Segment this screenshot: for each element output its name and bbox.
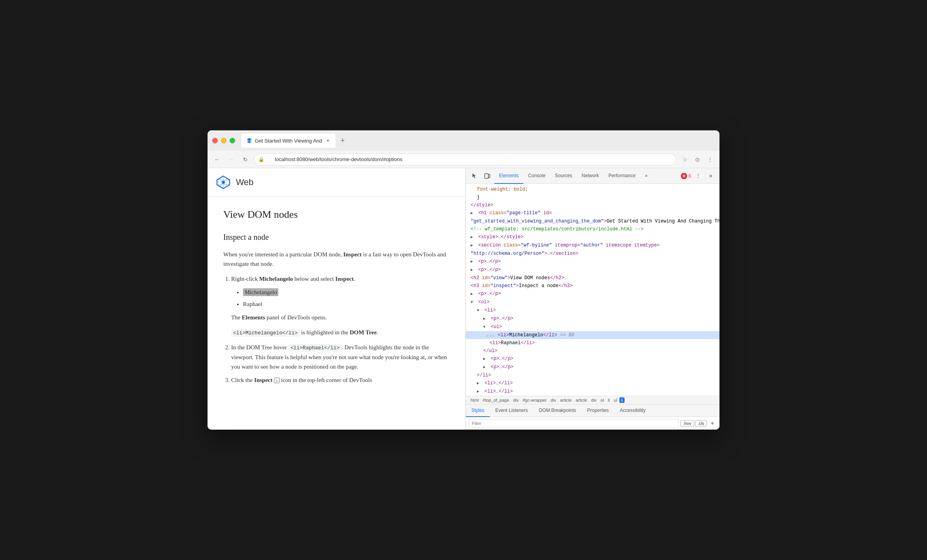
- inspect-element-button[interactable]: [469, 171, 480, 182]
- tab-elements[interactable]: Elements: [494, 168, 523, 184]
- breadcrumb-gc-wrapper[interactable]: #gc-wrapper: [521, 397, 548, 403]
- h3-tag: <h3: [471, 283, 482, 289]
- tab-performance[interactable]: Performance: [604, 168, 640, 184]
- dom-line-li-raphael: <li>Raphael</li>: [466, 339, 719, 347]
- dom-line-comment: <!-- wf_template: src/templates/contribu…: [466, 225, 719, 233]
- style2-triangle[interactable]: [471, 234, 475, 241]
- breadcrumb-li[interactable]: li: [606, 397, 612, 403]
- minimize-window-button[interactable]: [221, 138, 226, 143]
- p4-triangle[interactable]: [483, 315, 488, 323]
- li-tag: <li>: [484, 308, 496, 313]
- step-1: Right-click Michelangelo below and selec…: [231, 274, 450, 337]
- dom-line-style-collapsed: <style>…</style>: [466, 233, 719, 241]
- profile-button[interactable]: ⊙: [692, 154, 703, 165]
- page-h2: View DOM nodes: [223, 206, 450, 223]
- ol-triangle[interactable]: [471, 299, 475, 306]
- active-tab[interactable]: Get Started With Viewing And ✕: [241, 134, 336, 148]
- artist-raphael: Raphael: [243, 299, 450, 309]
- address-input[interactable]: 🔒 localhost:8080/web/tools/chrome-devtoo…: [254, 154, 676, 165]
- tab-more[interactable]: »: [640, 168, 653, 184]
- error-count: 6: [688, 173, 691, 179]
- breadcrumb-div1[interactable]: div: [512, 397, 520, 403]
- tab-console[interactable]: Console: [523, 168, 550, 184]
- forward-button[interactable]: →: [226, 154, 237, 165]
- p5-ellipsis: …: [499, 356, 502, 362]
- bottom-tab-accessibility[interactable]: Accessibility: [614, 404, 651, 417]
- dom-line-style-close: </style>: [466, 201, 719, 209]
- breadcrumb-div3[interactable]: div: [590, 397, 598, 403]
- breadcrumb-article1[interactable]: article: [558, 397, 573, 403]
- devtools-settings-button[interactable]: ⋮: [693, 171, 704, 182]
- title-bar: Get Started With Viewing And ✕ +: [208, 130, 719, 151]
- breadcrumb-ol[interactable]: ol: [599, 397, 606, 403]
- bookmark-button[interactable]: ☆: [679, 154, 690, 165]
- css-property-text: font-weight: bold;: [477, 187, 528, 192]
- breadcrumb-ul[interactable]: ul: [612, 397, 619, 403]
- dom-tree[interactable]: font-weight: bold; } </style> <h1 class=…: [466, 184, 719, 396]
- web-logo-icon: [215, 174, 231, 190]
- devtools-bottom-tabs: Styles Event Listeners DOM Breakpoints P…: [466, 404, 719, 417]
- dom-line-p2: <p>…</p>: [466, 266, 719, 274]
- p6-close: </p>: [502, 364, 514, 370]
- h2-id-attr: id=: [482, 275, 491, 281]
- p2-triangle[interactable]: [471, 267, 475, 274]
- cursor-inspect-icon: [471, 173, 478, 179]
- traffic-lights: [212, 138, 235, 143]
- li2-triangle[interactable]: [477, 380, 482, 387]
- device-mode-button[interactable]: [482, 171, 493, 182]
- section-close: </section>: [550, 251, 578, 256]
- li3-triangle[interactable]: [477, 388, 482, 395]
- bottom-tab-event-listeners[interactable]: Event Listeners: [490, 404, 534, 417]
- filter-hov-badge[interactable]: :hov: [680, 420, 694, 426]
- page-header: Web: [208, 168, 465, 197]
- p4-tag: <p>: [491, 316, 499, 321]
- li-triangle[interactable]: [477, 307, 482, 314]
- bottom-tab-dom-breakpoints[interactable]: DOM Breakpoints: [533, 404, 582, 417]
- dom-line-h1-value: "get_started_with_viewing_and_changing_t…: [466, 217, 719, 225]
- breadcrumb-div2[interactable]: div: [549, 397, 558, 403]
- reload-button[interactable]: ↻: [240, 154, 251, 165]
- h1-triangle[interactable]: [471, 210, 475, 217]
- filter-cls-badge[interactable]: .cls: [695, 420, 707, 426]
- p4-close: </p>: [502, 316, 514, 321]
- browser-window: Get Started With Viewing And ✕ + ← → ↻ 🔒…: [208, 130, 719, 430]
- breadcrumb-article2[interactable]: article: [574, 397, 589, 403]
- p3-triangle[interactable]: [471, 291, 475, 298]
- bottom-tab-styles[interactable]: Styles: [466, 404, 490, 417]
- chrome-menu-button[interactable]: ⋮: [705, 154, 716, 165]
- wf-template-comment: <!-- wf_template: src/templates/contribu…: [471, 226, 643, 232]
- devtools-toolbar: Elements Console Sources Network Perform…: [466, 168, 719, 184]
- tab-close-button[interactable]: ✕: [324, 137, 331, 144]
- p4-ellipsis: …: [499, 316, 502, 321]
- style-close-tag: </style>: [471, 202, 493, 208]
- li2-close: </li>: [499, 380, 513, 386]
- p5-triangle[interactable]: [483, 356, 488, 363]
- new-tab-button[interactable]: +: [337, 135, 348, 146]
- step1-text: Right-click Michelangelo below and selec…: [231, 276, 355, 282]
- section-triangle[interactable]: [471, 242, 475, 249]
- filter-add-button[interactable]: +: [708, 419, 716, 427]
- tab-network[interactable]: Network: [577, 168, 604, 184]
- p6-tag: <p>: [491, 364, 499, 370]
- page-content: View DOM nodes Inspect a node When you'r…: [208, 197, 465, 400]
- browser-content: Web View DOM nodes Inspect a node When y…: [208, 168, 719, 430]
- error-badge: ⊗ 6: [681, 173, 691, 179]
- p1-triangle[interactable]: [471, 258, 475, 265]
- devtools-close-button[interactable]: ✕: [705, 171, 716, 182]
- breadcrumb-top-of-page[interactable]: #top_of_page: [481, 397, 511, 403]
- breadcrumb-html[interactable]: html: [469, 397, 480, 403]
- p6-triangle[interactable]: [483, 364, 488, 371]
- tab-sources[interactable]: Sources: [550, 168, 577, 184]
- bottom-tab-properties[interactable]: Properties: [582, 404, 614, 417]
- ul-triangle[interactable]: [483, 324, 488, 331]
- step2-text: In the DOM Tree hover <li>Raphael</li>. …: [231, 344, 447, 370]
- michelangelo-code: <li>Michelangelo</li>: [231, 329, 300, 337]
- back-button[interactable]: ←: [211, 154, 222, 165]
- address-actions: ☆ ⊙ ⋮: [679, 154, 716, 165]
- close-window-button[interactable]: [212, 138, 218, 143]
- styles-filter-input[interactable]: [469, 419, 679, 428]
- maximize-window-button[interactable]: [230, 138, 235, 143]
- lock-icon: 🔒: [258, 157, 264, 162]
- raphael-code: <li>Raphael</li>: [288, 344, 341, 352]
- breadcrumb-li-active[interactable]: li: [619, 397, 625, 403]
